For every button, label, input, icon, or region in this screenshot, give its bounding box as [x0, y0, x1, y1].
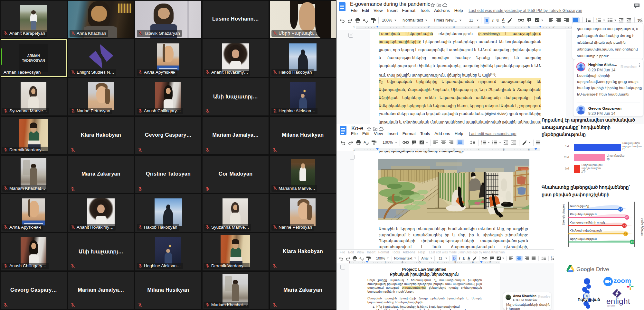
- svg-text:3: 3: [481, 143, 482, 145]
- svg-text:Հարցադրումների որակ: Հարցադրումների որակ: [570, 221, 605, 224]
- svg-text:4.6: 4.6: [624, 233, 627, 235]
- svg-text:Հիմնավորվածություն: Հիմնավորվածություն: [570, 229, 602, 232]
- svg-text:Բովանդակություն: Բովանդակություն: [570, 213, 597, 216]
- svg-text:4.9: 4.9: [630, 241, 633, 243]
- svg-text:4.5: 4.5: [623, 224, 626, 227]
- svg-text:Կառուցվածք: Կառուցվածք: [570, 205, 589, 208]
- svg-text:4.7: 4.7: [625, 216, 628, 218]
- svg-text:A: A: [363, 18, 365, 22]
- svg-text:3: 3: [551, 259, 552, 260]
- svg-text:Արդիականություն: Արդիականություն: [570, 237, 597, 241]
- svg-text:A: A: [364, 140, 366, 144]
- svg-text:4.2: 4.2: [619, 208, 622, 210]
- svg-text:A: A: [359, 256, 362, 260]
